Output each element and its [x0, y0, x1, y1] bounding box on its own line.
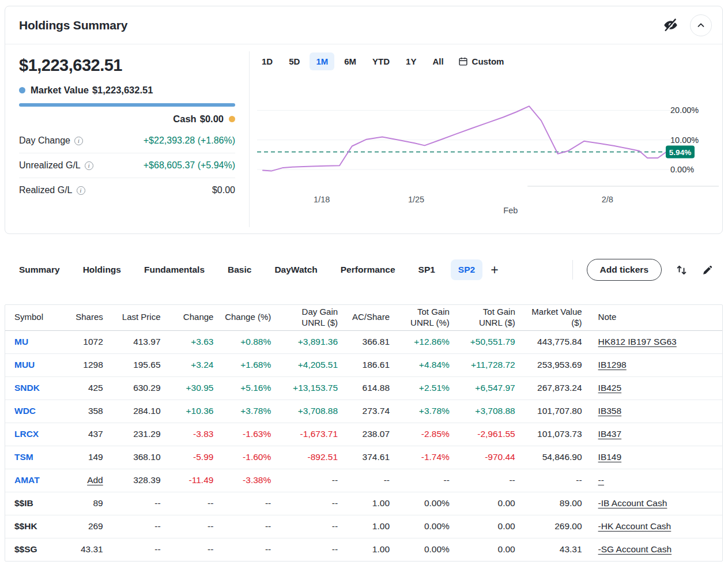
- chart-panel: 1D5D1M6MYTD1YAllCustom 20.00%10.00%0.00%…: [254, 52, 722, 233]
- add-tickers-button[interactable]: Add tickers: [587, 259, 662, 281]
- cell-symbol[interactable]: LRCX: [5, 423, 67, 446]
- stat-label: Day Changei: [19, 135, 83, 146]
- add-tab-icon[interactable]: +: [486, 261, 503, 279]
- tab-daywatch[interactable]: DayWatch: [267, 259, 325, 280]
- calendar-icon: [458, 56, 468, 66]
- range-tab-all[interactable]: All: [426, 52, 450, 70]
- cell-change: +3.63: [165, 330, 218, 353]
- view-tabs: SummaryHoldingsFundamentalsBasicDayWatch…: [12, 259, 482, 280]
- svg-text:1/25: 1/25: [408, 195, 424, 204]
- cell-tot_gain_unrl_usd: -970.44: [454, 446, 520, 469]
- range-tab-1m[interactable]: 1M: [310, 52, 334, 70]
- cell-symbol[interactable]: TSM: [5, 446, 67, 469]
- range-tab-6m[interactable]: 6M: [338, 52, 363, 70]
- cash-label: Cash: [173, 114, 196, 125]
- cell-market_value: 89.00: [520, 492, 587, 515]
- cell-market_value: 101,707.80: [520, 400, 587, 423]
- col-note[interactable]: Note: [587, 305, 722, 330]
- cell-note[interactable]: IB358: [587, 400, 722, 423]
- cell-note[interactable]: IB437: [587, 423, 722, 446]
- range-tab-ytd[interactable]: YTD: [366, 52, 396, 70]
- page-title: Holdings Summary: [19, 18, 127, 32]
- cell-symbol[interactable]: AMAT: [5, 469, 67, 492]
- tabs-toolbar: Add tickers: [572, 259, 723, 281]
- cell-change_pct: +1.68%: [218, 353, 276, 376]
- cell-symbol[interactable]: WDC: [5, 400, 67, 423]
- info-icon[interactable]: i: [74, 137, 83, 145]
- cell-change: +30.95: [165, 376, 218, 400]
- col-change_pct[interactable]: Change (%): [218, 305, 276, 330]
- eye-slash-icon[interactable]: [663, 17, 678, 33]
- cell-note[interactable]: -IB Account Cash: [587, 492, 722, 515]
- col-last_price[interactable]: Last Price: [108, 305, 165, 330]
- cell-ac_share: 1.00: [342, 492, 394, 515]
- col-ac_share[interactable]: AC/Share: [342, 305, 394, 330]
- cell-change: --: [165, 538, 218, 561]
- cell-tot_gain_unrl_usd: +6,547.97: [454, 376, 520, 400]
- cell-tot_gain_unrl_pct: -2.85%: [394, 423, 454, 446]
- cell-note[interactable]: HK812 IB197 SG63: [587, 330, 722, 353]
- tab-summary[interactable]: Summary: [12, 259, 67, 280]
- cell-note[interactable]: IB149: [587, 446, 722, 469]
- table-row-SNDK: SNDK425630.29+30.95+5.16%+13,153.75614.8…: [5, 376, 722, 400]
- col-shares[interactable]: Shares: [67, 305, 108, 330]
- col-tot_gain_unrl_pct[interactable]: Tot GainUNRL (%): [394, 305, 454, 330]
- col-day_gain_unrl[interactable]: Day GainUNRL ($): [276, 305, 342, 330]
- cell-note[interactable]: -HK Account Cash: [587, 515, 722, 538]
- cell-note[interactable]: -SG Account Cash: [587, 538, 722, 561]
- cell-last_price: 284.10: [108, 400, 165, 423]
- info-icon[interactable]: i: [85, 161, 93, 170]
- cell-symbol[interactable]: MU: [5, 330, 67, 353]
- col-change[interactable]: Change: [165, 305, 218, 330]
- cell-ac_share: 186.61: [342, 353, 394, 376]
- toolbar-divider: [572, 260, 573, 280]
- sort-icon[interactable]: [676, 264, 688, 276]
- range-custom-button[interactable]: Custom: [454, 52, 509, 70]
- cell-last_price: 413.97: [108, 330, 165, 353]
- cell-note[interactable]: IB1298: [587, 353, 722, 376]
- range-tab-1d[interactable]: 1D: [255, 52, 279, 70]
- cell-day_gain_unrl: +4,205.51: [276, 353, 342, 376]
- collapse-button[interactable]: [690, 14, 712, 36]
- cell-note[interactable]: IB425: [587, 376, 722, 400]
- table-row-ssSG: $$SG43.31--------1.000.00%0.0043.31-SG A…: [5, 538, 722, 561]
- range-tab-1y[interactable]: 1Y: [399, 52, 423, 70]
- cell-shares: 1072: [67, 330, 108, 353]
- cell-ac_share: 374.61: [342, 446, 394, 469]
- cell-symbol[interactable]: MUU: [5, 353, 67, 376]
- performance-chart[interactable]: 20.00%10.00%0.00%1/181/252/8Feb5.94%: [254, 87, 722, 225]
- info-icon[interactable]: i: [77, 186, 85, 195]
- tab-sp2[interactable]: SP2: [451, 259, 482, 280]
- svg-text:10.00%: 10.00%: [670, 135, 699, 145]
- cell-change_pct: --: [218, 515, 276, 538]
- table-row-MUU: MUU1298195.65+3.24+1.68%+4,205.51186.61+…: [5, 353, 722, 376]
- cell-change_pct: +5.16%: [218, 376, 276, 400]
- tab-fundamentals[interactable]: Fundamentals: [137, 259, 212, 280]
- cell-tot_gain_unrl_usd: +50,551.79: [454, 330, 520, 353]
- col-market_value[interactable]: Market Value($): [520, 305, 587, 330]
- cell-market_value: 443,775.84: [520, 330, 587, 353]
- cell-last_price: 328.39: [108, 469, 165, 492]
- cell-tot_gain_unrl_usd: -2,961.55: [454, 423, 520, 446]
- cell-change: --: [165, 515, 218, 538]
- tab-sp1[interactable]: SP1: [411, 259, 443, 280]
- cell-ac_share: 273.74: [342, 400, 394, 423]
- range-tab-5d[interactable]: 5D: [282, 52, 306, 70]
- svg-text:Feb: Feb: [503, 206, 518, 215]
- col-symbol[interactable]: Symbol: [5, 305, 67, 330]
- cell-tot_gain_unrl_usd: 0.00: [454, 492, 520, 515]
- cell-market_value: --: [520, 469, 587, 492]
- stat-row-day-change: Day Changei+$22,393.28 (+1.86%): [19, 129, 235, 153]
- cell-symbol[interactable]: SNDK: [5, 376, 67, 400]
- cell-shares[interactable]: Add: [67, 469, 108, 492]
- cell-tot_gain_unrl_pct: +3.78%: [394, 400, 454, 423]
- cell-note[interactable]: --: [587, 469, 722, 492]
- tab-performance[interactable]: Performance: [333, 259, 403, 280]
- tab-holdings[interactable]: Holdings: [76, 259, 129, 280]
- cell-market_value: 269.00: [520, 515, 587, 538]
- col-tot_gain_unrl_usd[interactable]: Tot GainUNRL ($): [454, 305, 520, 330]
- cell-shares: 149: [67, 446, 108, 469]
- cell-tot_gain_unrl_pct: 0.00%: [394, 492, 454, 515]
- tab-basic[interactable]: Basic: [220, 259, 259, 280]
- edit-pencil-icon[interactable]: [701, 264, 714, 276]
